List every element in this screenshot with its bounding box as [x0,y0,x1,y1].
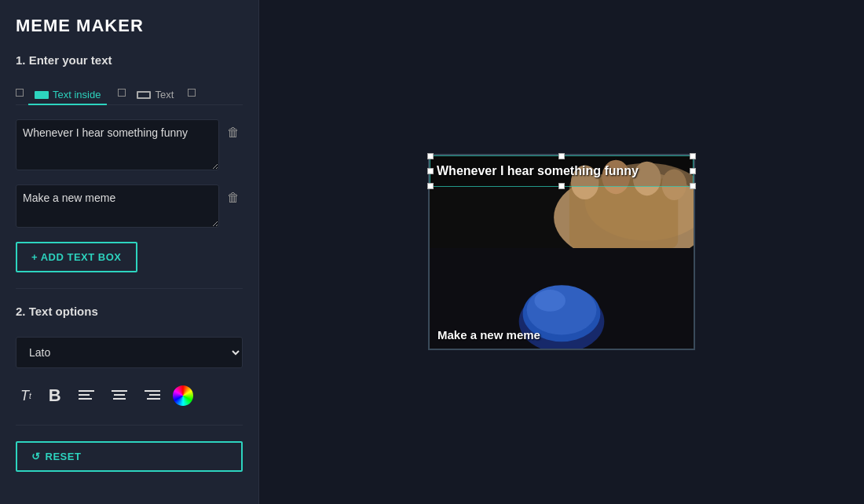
color-picker-button[interactable] [173,385,193,406]
reset-button[interactable]: ↺ RESET [16,441,243,472]
tab-inside-icon [35,91,49,99]
handle-top-left[interactable] [427,153,434,159]
text-input-1[interactable]: Whenever I hear something funny [16,119,219,170]
svg-rect-6 [145,390,160,392]
align-left-button[interactable] [74,386,99,405]
main-area: Whenever I hear something funny Make a n… [259,0,864,504]
tab1-resize-icon [16,89,24,97]
delete-text-2-button[interactable]: 🗑 [224,188,243,208]
svg-rect-2 [79,398,92,400]
bold-button[interactable]: B [44,382,66,409]
font-size-button[interactable]: Tt [16,385,36,407]
section2-label: 2. Text options [16,305,243,318]
meme-text-top: Whenever I hear something funny [437,164,639,177]
svg-rect-4 [114,394,125,396]
handle-bottom-left[interactable] [427,183,434,189]
tab-outside-icon [137,91,151,99]
text-box-row-2: Make a new meme 🗑 [16,184,243,228]
svg-rect-7 [149,394,160,396]
sidebar: MEME MAKER 1. Enter your text Text insid… [0,0,259,504]
font-select[interactable]: Lato Arial Impact Comic Sans MS Times Ne… [16,337,243,368]
svg-rect-1 [79,394,90,396]
meme-text-box-top[interactable]: Whenever I hear something funny [430,155,694,187]
delete-text-1-button[interactable]: 🗑 [224,122,243,143]
handle-top-right[interactable] [690,153,696,159]
meme-text-box-bottom[interactable]: Make a new meme [430,322,694,349]
svg-rect-5 [113,398,126,400]
meme-text-bottom: Make a new meme [437,328,540,341]
reset-label: RESET [46,451,82,462]
handle-top-mid[interactable] [558,153,565,159]
app-title: MEME MAKER [16,16,243,36]
text-box-row-1: Whenever I hear something funny 🗑 [16,119,243,170]
divider [16,288,243,289]
reset-icon: ↺ [31,451,41,462]
section1-label: 1. Enter your text [16,53,243,67]
text-input-2[interactable]: Make a new meme [16,184,219,228]
align-center-button[interactable] [107,386,132,405]
align-right-button[interactable] [140,386,165,405]
svg-rect-3 [112,390,127,392]
handle-middle-left[interactable] [427,168,434,174]
tabs-row: Text inside Text [16,86,243,105]
svg-rect-8 [147,398,160,400]
tab-text-outside[interactable]: Text [130,86,180,105]
handle-middle-right[interactable] [690,168,696,174]
tab3-resize-icon [188,89,196,97]
divider2 [16,425,243,425]
svg-point-21 [534,290,566,312]
tab2-resize-icon [118,89,126,97]
meme-canvas: Whenever I hear something funny Make a n… [428,154,695,350]
tab-text-inside[interactable]: Text inside [28,86,107,105]
tab-inside-label: Text inside [53,89,101,100]
tab-outside-label: Text [155,89,174,100]
text-tools-row: Tt B [16,382,243,409]
add-text-box-button[interactable]: + ADD TEXT BOX [16,242,137,272]
svg-rect-0 [79,390,94,392]
handle-bottom-mid[interactable] [558,183,565,189]
handle-bottom-right[interactable] [690,183,696,189]
